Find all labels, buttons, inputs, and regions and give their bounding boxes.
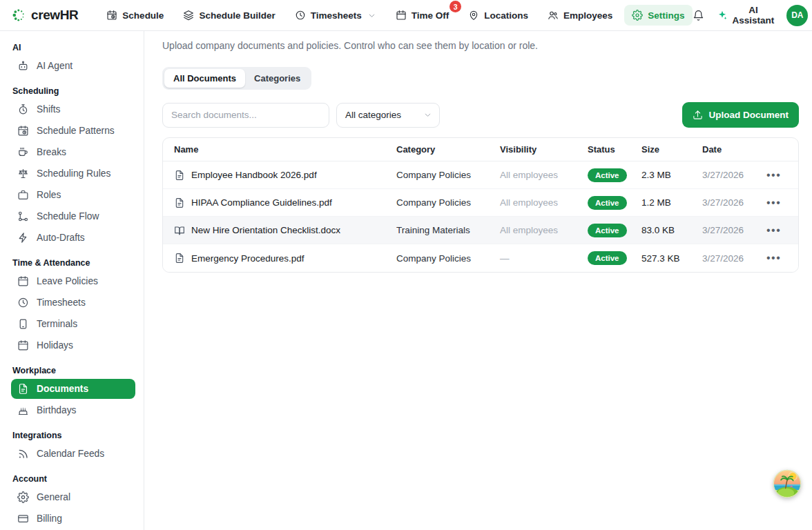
category-cell: Company Policies bbox=[396, 197, 500, 208]
clock-icon bbox=[295, 10, 306, 21]
row-actions-menu-button[interactable]: ••• bbox=[766, 197, 798, 208]
bell-icon bbox=[693, 10, 704, 21]
nav-item-time-off[interactable]: Time Off3 bbox=[388, 5, 457, 26]
sidebar-section-ai: AI bbox=[12, 43, 135, 52]
map-pin-icon bbox=[468, 10, 479, 21]
sparkle-icon bbox=[717, 10, 728, 21]
gear-icon bbox=[17, 491, 29, 503]
nav-item-label: Employees bbox=[563, 10, 612, 21]
category-cell: Company Policies bbox=[396, 170, 500, 180]
sidebar-item-label: Terminals bbox=[37, 319, 77, 329]
file-text-icon bbox=[174, 253, 185, 264]
users-icon bbox=[548, 10, 559, 21]
sidebar-item-breaks[interactable]: Breaks bbox=[11, 142, 135, 162]
calendar-clock-icon bbox=[106, 10, 117, 21]
sidebar-section-account: Account bbox=[12, 474, 135, 484]
nav-item-label: Time Off bbox=[412, 10, 450, 21]
file-text-icon bbox=[17, 383, 29, 395]
sidebar-item-label: Auto-Drafts bbox=[37, 233, 85, 243]
visibility-cell: All employees bbox=[500, 225, 588, 235]
layers-icon bbox=[183, 10, 194, 21]
tab-categories[interactable]: Categories bbox=[245, 69, 309, 88]
ai-assistant-label: AI Assistant bbox=[733, 5, 775, 26]
nav-item-settings[interactable]: Settings bbox=[624, 5, 692, 26]
document-name-cell[interactable]: HIPAA Compliance Guidelines.pdf bbox=[174, 197, 396, 208]
nav-item-employees[interactable]: Employees bbox=[540, 5, 620, 26]
nav-item-schedule-builder[interactable]: Schedule Builder bbox=[175, 5, 282, 26]
document-name: HIPAA Compliance Guidelines.pdf bbox=[191, 197, 332, 208]
sidebar-item-label: Shifts bbox=[37, 104, 61, 115]
document-name-cell[interactable]: Emergency Procedures.pdf bbox=[174, 253, 396, 264]
tablet-icon bbox=[17, 318, 29, 330]
body-row: AIAI AgentSchedulingShiftsSchedule Patte… bbox=[0, 31, 812, 530]
status-badge: Active bbox=[588, 168, 627, 182]
status-cell: Active bbox=[588, 224, 641, 237]
row-actions-menu-button[interactable]: ••• bbox=[766, 170, 798, 181]
column-header-visibility: Visibility bbox=[500, 144, 588, 155]
search-input[interactable] bbox=[162, 103, 329, 128]
user-menu[interactable]: DA bbox=[786, 5, 812, 26]
sidebar-item-billing[interactable]: Billing bbox=[11, 509, 135, 529]
sidebar-item-scheduling-rules[interactable]: Scheduling Rules bbox=[11, 164, 135, 184]
flow-icon bbox=[17, 210, 29, 222]
notifications-button[interactable] bbox=[693, 10, 704, 21]
sidebar-item-documents[interactable]: Documents bbox=[11, 379, 135, 399]
coffee-icon bbox=[17, 146, 29, 158]
column-header-name: Name bbox=[174, 144, 396, 155]
tab-all-documents[interactable]: All Documents bbox=[164, 69, 245, 88]
sidebar-item-auto-drafts[interactable]: Auto-Drafts bbox=[11, 228, 135, 248]
nav-item-schedule[interactable]: Schedule bbox=[99, 5, 171, 26]
sidebar-item-leave-policies[interactable]: Leave Policies bbox=[11, 271, 135, 291]
sidebar-item-timesheets[interactable]: Timesheets bbox=[11, 293, 135, 313]
sidebar-item-terminals[interactable]: Terminals bbox=[11, 314, 135, 334]
nav-item-label: Locations bbox=[484, 10, 528, 21]
robot-icon bbox=[17, 60, 29, 72]
file-text-icon bbox=[174, 170, 185, 181]
column-header-category: Category bbox=[396, 144, 500, 155]
upload-document-button[interactable]: Upload Document bbox=[682, 102, 799, 128]
visibility-cell: All employees bbox=[500, 170, 588, 180]
credit-card-icon bbox=[17, 513, 29, 524]
cake-icon bbox=[17, 404, 29, 416]
vacation-widget-button[interactable] bbox=[772, 469, 802, 499]
sidebar-item-label: General bbox=[37, 492, 70, 502]
sidebar-item-shifts[interactable]: Shifts bbox=[11, 99, 135, 119]
calendar-icon bbox=[17, 275, 29, 287]
sidebar-item-schedule-flow[interactable]: Schedule Flow bbox=[11, 206, 135, 226]
scales-icon bbox=[17, 168, 29, 179]
sidebar-item-calendar-feeds[interactable]: Calendar Feeds bbox=[11, 444, 135, 464]
sidebar-item-ai-agent[interactable]: AI Agent bbox=[11, 56, 135, 76]
document-name-cell[interactable]: New Hire Orientation Checklist.docx bbox=[174, 225, 396, 236]
row-actions-menu-button[interactable]: ••• bbox=[766, 225, 798, 236]
book-open-icon bbox=[174, 225, 185, 236]
rss-icon bbox=[17, 448, 29, 460]
column-header-status: Status bbox=[588, 144, 641, 155]
sidebar-item-birthdays[interactable]: Birthdays bbox=[11, 400, 135, 420]
category-filter-select[interactable]: All categories bbox=[336, 103, 440, 128]
sidebar-item-general[interactable]: General bbox=[11, 487, 135, 507]
navbar-right: AI Assistant DA bbox=[693, 5, 812, 26]
document-name-cell[interactable]: Employee Handbook 2026.pdf bbox=[174, 170, 396, 181]
document-name: Emergency Procedures.pdf bbox=[191, 253, 304, 264]
page-description: Upload company documents and policies. C… bbox=[162, 40, 799, 51]
brand-logo[interactable]: crewHR bbox=[11, 8, 78, 23]
sidebar-item-schedule-patterns[interactable]: Schedule Patterns bbox=[11, 121, 135, 141]
nav-item-label: Settings bbox=[648, 10, 684, 21]
sidebar-item-holidays[interactable]: Holidays bbox=[11, 335, 135, 355]
nav-item-timesheets[interactable]: Timesheets bbox=[287, 5, 384, 26]
briefcase-icon bbox=[17, 189, 29, 201]
sidebar: AIAI AgentSchedulingShiftsSchedule Patte… bbox=[0, 31, 144, 530]
calendar-icon bbox=[17, 340, 29, 351]
sidebar-item-roles[interactable]: Roles bbox=[11, 185, 135, 205]
nav-item-label: Timesheets bbox=[311, 10, 362, 21]
nav-item-label: Schedule Builder bbox=[199, 10, 275, 21]
ai-assistant-button[interactable]: AI Assistant bbox=[717, 5, 775, 26]
sidebar-item-label: Schedule Patterns bbox=[37, 126, 115, 136]
avatar[interactable]: DA bbox=[786, 5, 808, 26]
nav-item-locations[interactable]: Locations bbox=[461, 5, 536, 26]
row-actions-menu-button[interactable]: ••• bbox=[766, 253, 798, 264]
sidebar-item-label: Scheduling Rules bbox=[37, 168, 110, 179]
gear-icon bbox=[632, 10, 643, 21]
notification-badge: 3 bbox=[450, 1, 461, 12]
chevron-down-icon bbox=[367, 11, 376, 20]
